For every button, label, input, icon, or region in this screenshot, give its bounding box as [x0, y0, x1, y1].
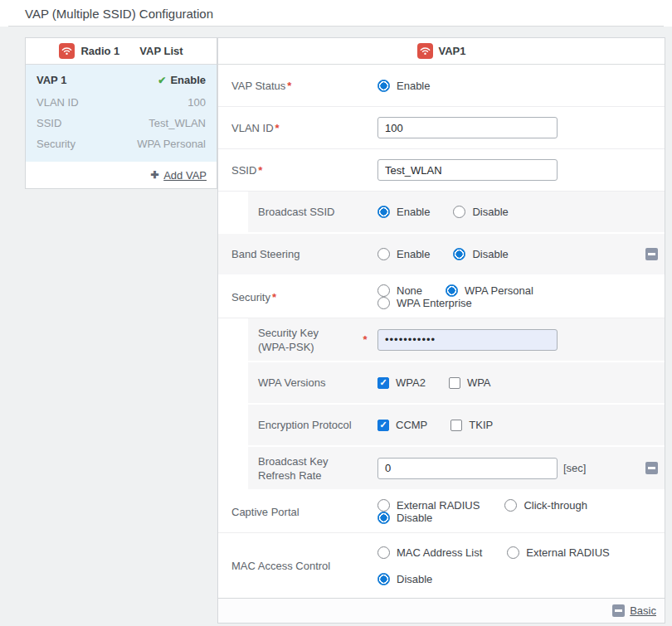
captive-portal-label: Captive Portal	[231, 505, 377, 519]
band-steering-label: Band Steering	[231, 247, 377, 261]
option-label: Disable	[472, 248, 508, 260]
vlan-label: VLAN ID	[37, 92, 79, 113]
vap-list-header: Radio 1 VAP List	[26, 38, 217, 65]
wifi-icon	[417, 43, 433, 59]
radio-icon[interactable]	[377, 80, 390, 92]
mac-access-control-controls: MAC Address List External RADIUS Disable	[377, 536, 633, 596]
radio-icon[interactable]	[453, 248, 465, 260]
wpa-checkbox-option[interactable]: WPA	[449, 376, 491, 389]
vap-detail-title: VAP1	[439, 45, 466, 57]
option-label: WPA Enterprise	[397, 297, 472, 309]
row-vlan-id: VLAN ID*	[218, 107, 665, 149]
vap-name: VAP 1	[37, 74, 66, 86]
captive-portal-disable-option[interactable]: Disable	[377, 512, 432, 524]
vap-card-row-security: Security WPA Personal	[37, 133, 206, 154]
vlan-id-input[interactable]	[377, 117, 558, 138]
checkbox-icon[interactable]	[450, 420, 462, 431]
option-label: TKIP	[469, 419, 493, 431]
mac-disable-option[interactable]: Disable	[377, 573, 432, 585]
radio-icon[interactable]	[377, 546, 390, 559]
row-security-key: Security Key (WPA-PSK) *	[248, 318, 665, 362]
vap-card-row-ssid: SSID Test_WLAN	[37, 113, 206, 133]
broadcast-ssid-controls: Enable Disable	[377, 206, 532, 218]
mac-options-line-2: Disable	[377, 573, 455, 585]
vap-status-label: VAP Status*	[231, 79, 377, 93]
collapse-minus-icon[interactable]	[645, 462, 658, 474]
collapse-minus-icon[interactable]	[612, 604, 625, 617]
option-label: MAC Address List	[397, 546, 482, 559]
collapse-minus-icon[interactable]	[645, 248, 658, 260]
vap-list-item-selected[interactable]: VAP 1 ✔Enable VLAN ID 100 SSID Test_WLAN…	[26, 65, 217, 162]
vlan-value: 100	[187, 92, 206, 113]
page-title: VAP (Multiple SSID) Configuration	[25, 7, 213, 21]
radio-icon[interactable]	[446, 284, 458, 297]
add-vap-link[interactable]: Add VAP	[163, 169, 207, 182]
label-text: SSID	[231, 164, 256, 177]
radio-icon[interactable]	[377, 206, 390, 218]
captive-portal-click-through-option[interactable]: Click-through	[504, 499, 587, 512]
broadcast-key-refresh-label: Broadcast Key Refresh Rate	[258, 454, 377, 483]
row-band-steering: Band Steering Enable Disable	[218, 234, 665, 276]
security-key-label: Security Key (WPA-PSK)	[258, 326, 351, 354]
radio-icon[interactable]	[377, 297, 390, 309]
tkip-checkbox-option[interactable]: TKIP	[450, 419, 493, 431]
security-wpa-enterprise-option[interactable]: WPA Enterprise	[377, 297, 472, 309]
checkbox-icon[interactable]	[377, 377, 389, 389]
option-label: WPA Personal	[465, 284, 533, 297]
checkbox-icon[interactable]	[449, 377, 460, 389]
radio-icon[interactable]	[377, 512, 390, 524]
mac-address-list-option[interactable]: MAC Address List	[377, 546, 482, 559]
ccmp-checkbox-option[interactable]: CCMP	[377, 419, 427, 431]
broadcast-ssid-enable-option[interactable]: Enable	[377, 206, 430, 218]
wpa2-checkbox-option[interactable]: WPA2	[377, 376, 426, 389]
radio-icon[interactable]	[377, 573, 390, 585]
security-key-input[interactable]	[377, 329, 558, 351]
band-steering-enable-option[interactable]: Enable	[377, 248, 430, 260]
row-broadcast-key-refresh: Broadcast Key Refresh Rate [sec]	[248, 447, 665, 491]
mac-external-radius-option[interactable]: External RADIUS	[507, 546, 609, 559]
option-label: Disable	[397, 573, 432, 585]
option-label: WPA	[467, 376, 491, 389]
vlan-id-label: VLAN ID*	[231, 121, 377, 135]
security-key-required: *	[351, 333, 377, 346]
option-label: WPA2	[396, 376, 426, 389]
checkbox-icon[interactable]	[377, 420, 389, 431]
option-label: CCMP	[396, 419, 427, 431]
required-mark: *	[287, 80, 291, 92]
option-label: Enable	[397, 248, 430, 260]
basic-view-link[interactable]: Basic	[630, 604, 656, 617]
option-label: External RADIUS	[397, 499, 480, 512]
radio-icon[interactable]	[377, 284, 390, 297]
security-label: Security	[37, 133, 75, 154]
row-mac-access-control: MAC Access Control MAC Address List Exte…	[218, 533, 665, 598]
radio-icon[interactable]	[453, 206, 465, 218]
seconds-unit-label: [sec]	[563, 462, 586, 474]
broadcast-ssid-disable-option[interactable]: Disable	[453, 206, 508, 218]
captive-portal-external-radius-option[interactable]: External RADIUS	[377, 499, 480, 512]
security-value: WPA Personal	[137, 133, 206, 154]
broadcast-key-refresh-input[interactable]	[377, 458, 558, 479]
vap-detail-header: VAP1	[218, 38, 665, 65]
security-field-label: Security*	[231, 290, 377, 304]
vap-status-enable-option[interactable]: Enable	[377, 80, 430, 92]
radio-icon[interactable]	[507, 546, 519, 559]
security-none-option[interactable]: None	[377, 284, 422, 297]
label-text: VLAN ID	[231, 122, 274, 134]
encryption-protocol-controls: CCMP TKIP	[377, 419, 516, 431]
band-steering-disable-option[interactable]: Disable	[453, 248, 508, 260]
band-steering-controls: Enable Disable	[377, 248, 532, 260]
mac-access-control-label: MAC Access Control	[231, 559, 377, 573]
row-broadcast-ssid: Broadcast SSID Enable Disable	[248, 192, 665, 234]
radio-icon[interactable]	[504, 499, 517, 512]
check-icon: ✔	[158, 75, 166, 86]
radio-icon[interactable]	[377, 248, 390, 260]
row-wpa-versions: WPA Versions WPA2 WPA	[248, 362, 665, 405]
row-security: Security* None WPA Personal WPA Enterpri…	[218, 276, 665, 318]
option-label: None	[397, 284, 422, 297]
captive-portal-controls: External RADIUS Click-through Disable	[377, 499, 658, 524]
radio-icon[interactable]	[377, 499, 390, 512]
option-label: External RADIUS	[526, 546, 609, 559]
security-wpa-personal-option[interactable]: WPA Personal	[446, 284, 533, 297]
ssid-input[interactable]	[377, 159, 558, 181]
encryption-protocol-label: Encryption Protocol	[258, 418, 377, 432]
